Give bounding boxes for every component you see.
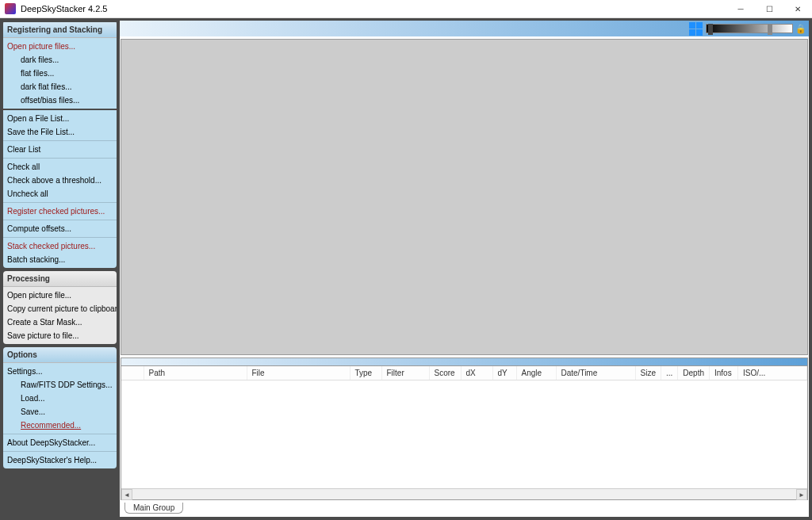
minimize-button[interactable]: ─ (726, 0, 755, 17)
sidebar: Registering and Stacking Open picture fi… (0, 18, 120, 520)
col-size[interactable]: Size (635, 366, 661, 380)
panel-registering: Registering and Stacking Open picture fi… (3, 21, 117, 268)
check-threshold[interactable]: Check above a threshold... (3, 174, 117, 187)
uncheck-all[interactable]: Uncheck all (3, 187, 117, 201)
compute-offsets[interactable]: Compute offsets... (3, 222, 117, 235)
col-file[interactable]: File (247, 366, 350, 380)
about[interactable]: About DeepSkyStacker... (3, 436, 117, 449)
slider-thumb-high[interactable] (768, 24, 772, 35)
panel-options: Options Settings... Raw/FITS DDP Setting… (3, 347, 117, 468)
panel-header-processing: Processing (3, 271, 117, 287)
file-list-panel: Path File Type Filter Score dX dY Angle … (121, 358, 808, 500)
open-file-list[interactable]: Open a File List... (3, 112, 117, 125)
preview-area (121, 39, 808, 355)
slider-thumb-low[interactable] (708, 24, 713, 35)
save-file-list[interactable]: Save the File List... (3, 125, 117, 139)
load-settings[interactable]: Load... (3, 392, 117, 405)
lock-icon[interactable]: 🔒 (796, 23, 806, 34)
copy-clipboard[interactable]: Copy current picture to clipboard (3, 302, 117, 315)
horizontal-scrollbar[interactable]: ◄ ► (121, 488, 807, 499)
scroll-right-icon[interactable]: ► (796, 489, 807, 500)
col-filter[interactable]: Filter (381, 366, 429, 380)
col-infos[interactable]: Infos (709, 366, 737, 380)
offset-bias-files[interactable]: offset/bias files... (3, 94, 117, 107)
stack-checked[interactable]: Stack checked pictures... (3, 239, 117, 253)
save-picture[interactable]: Save picture to file... (3, 329, 117, 342)
col-check[interactable] (121, 366, 144, 380)
col-dots[interactable]: ... (661, 366, 677, 380)
app-icon (5, 3, 16, 14)
col-type[interactable]: Type (350, 366, 381, 380)
col-path[interactable]: Path (144, 366, 247, 380)
col-score[interactable]: Score (429, 366, 461, 380)
close-button[interactable]: ✕ (783, 0, 812, 17)
help[interactable]: DeepSkyStacker's Help... (3, 453, 117, 467)
create-star-mask[interactable]: Create a Star Mask... (3, 315, 117, 329)
register-checked[interactable]: Register checked pictures... (3, 205, 117, 218)
four-corners-icon[interactable] (689, 22, 703, 36)
window-controls: ─ ☐ ✕ (726, 0, 812, 17)
preview-toolbar: 🔒 (120, 21, 809, 36)
maximize-button[interactable]: ☐ (755, 0, 783, 17)
raw-fits-settings[interactable]: Raw/FITS DDP Settings... (3, 378, 117, 392)
col-dy[interactable]: dY (492, 366, 516, 380)
panel-header-registering: Registering and Stacking (3, 22, 117, 38)
open-picture-files[interactable]: Open picture files... (3, 40, 117, 53)
titlebar: DeepSkyStacker 4.2.5 ─ ☐ ✕ (0, 0, 812, 18)
flat-files[interactable]: flat files... (3, 67, 117, 80)
check-all[interactable]: Check all (3, 160, 117, 174)
window-title: DeepSkyStacker 4.2.5 (21, 4, 107, 13)
batch-stacking[interactable]: Batch stacking... (3, 253, 117, 266)
content-area: 🔒 Path File Type Filter Score dX (120, 21, 809, 517)
scroll-track[interactable] (132, 489, 796, 499)
col-datetime[interactable]: Date/Time (556, 366, 635, 380)
settings[interactable]: Settings... (3, 365, 117, 378)
panel-header-options: Options (3, 347, 117, 363)
dark-files[interactable]: dark files... (3, 53, 117, 67)
col-iso[interactable]: ISO/... (737, 366, 806, 380)
table-header-row: Path File Type Filter Score dX dY Angle … (121, 366, 807, 380)
col-depth[interactable]: Depth (678, 366, 710, 380)
brightness-slider[interactable] (706, 24, 793, 33)
panel-processing: Processing Open picture file... Copy cur… (3, 271, 117, 344)
open-picture-file[interactable]: Open picture file... (3, 289, 117, 302)
scroll-left-icon[interactable]: ◄ (121, 489, 132, 500)
highlighted-section: Registering and Stacking Open picture fi… (3, 21, 117, 112)
dark-flat-files[interactable]: dark flat files... (3, 80, 117, 94)
group-tabs: Main Group (120, 503, 809, 517)
col-dx[interactable]: dX (461, 366, 492, 380)
clear-list[interactable]: Clear List (3, 143, 117, 156)
save-settings[interactable]: Save... (3, 405, 117, 419)
file-table: Path File Type Filter Score dX dY Angle … (121, 366, 807, 488)
file-list-headerbar (121, 358, 807, 366)
recommended-settings[interactable]: Recommended... (3, 419, 117, 432)
col-angle[interactable]: Angle (516, 366, 556, 380)
tab-main-group[interactable]: Main Group (124, 503, 183, 514)
